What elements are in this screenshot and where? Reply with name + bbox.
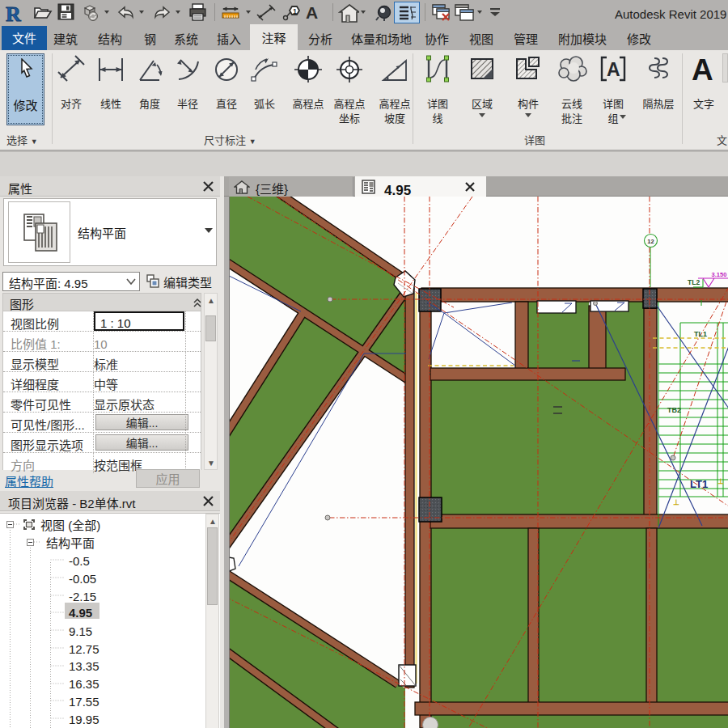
modify-button[interactable]: 修改 — [6, 53, 44, 125]
tree-item-level[interactable]: 16.35 — [69, 675, 99, 692]
prop-row-visibility-graphics[interactable]: 可见性/图形... 编辑... — [3, 413, 201, 433]
insulation-icon[interactable] — [645, 55, 672, 83]
btn-aligned-label[interactable]: 对齐 — [57, 95, 85, 111]
open-icon[interactable] — [33, 5, 53, 20]
spot-elevation-icon[interactable] — [294, 55, 322, 83]
tab-file[interactable]: 文件 — [2, 26, 47, 50]
customize-qat-icon[interactable] — [489, 6, 502, 18]
tree-item-level-selected[interactable]: 4.95 — [65, 603, 99, 619]
tab-massing-site[interactable]: 体量和场地 — [351, 30, 412, 47]
sync-central-icon[interactable] — [80, 3, 99, 22]
tab-insert[interactable]: 插入 — [217, 30, 241, 47]
tree-collapse-structural-plans[interactable] — [27, 539, 34, 546]
view3d-dropdown[interactable] — [361, 11, 366, 14]
scroll-up-icon[interactable]: ▲ — [207, 296, 214, 303]
revit-logo-icon[interactable]: R — [5, 2, 26, 23]
tree-item-level[interactable]: 17.55 — [69, 692, 99, 709]
linear-dimension-icon[interactable] — [97, 55, 125, 83]
prop-row-scale-value[interactable]: 比例值 1: 10 — [3, 332, 201, 352]
tab-architecture[interactable]: 建筑 — [53, 30, 78, 47]
tree-item-level[interactable]: -2.15 — [69, 587, 96, 604]
prop-row-view-scale[interactable]: 视图比例 1 : 10 — [3, 311, 201, 332]
thin-lines-toggle[interactable] — [394, 2, 420, 23]
default-3d-view-icon[interactable] — [338, 3, 359, 23]
browser-scrollbar[interactable]: ▲ — [205, 514, 219, 728]
detailgroup-dropdown-arrow[interactable] — [620, 115, 626, 119]
tree-item-views[interactable]: 视图 (全部) — [40, 516, 100, 533]
btn-detailline-label1[interactable]: 详图 — [424, 95, 451, 111]
redo-icon[interactable] — [152, 5, 172, 20]
btn-revcloud-label2[interactable]: 批注 — [558, 110, 586, 125]
measure-dropdown[interactable] — [246, 11, 251, 14]
radial-dimension-icon[interactable] — [174, 55, 201, 83]
tree-item-level[interactable]: 9.15 — [69, 622, 92, 639]
prop-group-graphics[interactable]: 图形 — [2, 293, 201, 311]
tree-item-level[interactable]: 12.75 — [69, 640, 99, 657]
drawing-canvas[interactable]: 12 3.150 TL2 TL1 TB2 LT1 ⊥ ⊥ — [229, 197, 728, 728]
select-panel-label[interactable]: 选择 ▼ — [6, 132, 38, 147]
btn-text-label[interactable]: 文字 — [689, 95, 718, 111]
btn-revcloud-label1[interactable]: 云线 — [558, 95, 586, 111]
btn-component-label[interactable]: 构件 — [514, 95, 542, 111]
edit-button[interactable]: 编辑... — [95, 434, 188, 451]
tag-icon[interactable]: 1 — [282, 5, 301, 21]
type-instance-combo[interactable]: 结构平面: 4.95 — [2, 272, 140, 291]
spot-slope-icon[interactable] — [381, 55, 408, 83]
btn-spotelev-label[interactable]: 高程点 — [290, 95, 327, 111]
detail-line-icon[interactable] — [424, 55, 451, 83]
btn-spotslope-label1[interactable]: 高程点 — [376, 95, 413, 111]
btn-spotcoord-label1[interactable]: 高程点 — [331, 95, 368, 111]
dim-panel-label[interactable]: 尺寸标注 ▼ — [204, 132, 256, 147]
undo-icon[interactable] — [116, 5, 136, 20]
prop-row-parts-visibility[interactable]: 零件可见性 显示原状态 — [3, 392, 201, 413]
aligned-dim-qat-icon[interactable] — [256, 4, 277, 21]
switch-windows-dropdown[interactable] — [477, 11, 482, 14]
undo-dropdown[interactable] — [139, 11, 144, 14]
tab-analyze[interactable]: 分析 — [308, 30, 332, 47]
print-icon[interactable] — [188, 3, 207, 22]
edit-type-button[interactable]: 编辑类型 — [146, 272, 218, 291]
prop-row-display-model[interactable]: 显示模型 标准 — [3, 352, 201, 372]
btn-diameter-label[interactable]: 直径 — [213, 95, 240, 111]
tab-annotate-active[interactable]: 注释 — [250, 24, 298, 50]
sync-dropdown[interactable] — [104, 11, 109, 14]
measure-icon[interactable] — [221, 5, 240, 21]
properties-scrollbar[interactable]: ▲ ▼ — [204, 293, 218, 470]
btn-radial-label[interactable]: 半径 — [174, 95, 201, 111]
project-browser-close-icon[interactable] — [202, 495, 214, 507]
scroll-thumb[interactable] — [205, 315, 216, 341]
type-dropdown-arrow[interactable] — [205, 228, 213, 233]
text-button-icon[interactable]: A — [689, 53, 718, 84]
revision-cloud-icon[interactable] — [557, 55, 587, 83]
tree-item-level[interactable]: -0.5 — [69, 552, 90, 569]
switch-windows-icon[interactable] — [454, 3, 476, 22]
prop-value-editing[interactable]: 1 : 10 — [94, 311, 184, 331]
tree-item-level[interactable]: 13.35 — [69, 657, 99, 674]
arc-length-icon[interactable] — [251, 55, 278, 83]
scroll-down-icon[interactable]: ▼ — [207, 459, 214, 466]
tree-item-level[interactable]: 19.95 — [69, 710, 99, 727]
region-dropdown-arrow[interactable] — [479, 113, 485, 117]
edit-button[interactable]: 编辑... — [95, 414, 188, 430]
redo-dropdown[interactable] — [176, 11, 180, 14]
close-hidden-windows-icon[interactable] — [431, 3, 452, 22]
tab-addins[interactable]: 附加模块 — [558, 30, 607, 47]
btn-arclength-label[interactable]: 弧长 — [251, 95, 278, 111]
detail-group-icon[interactable]: A — [599, 55, 627, 83]
properties-header[interactable]: 属性 — [0, 176, 220, 197]
properties-help-link[interactable]: 属性帮助 — [5, 472, 53, 489]
project-browser-header[interactable]: 项目浏览器 - B2单体.rvt — [0, 491, 220, 511]
detail-panel-label[interactable]: 详图 — [524, 132, 545, 147]
tab-structure[interactable]: 结构 — [98, 30, 122, 47]
save-icon[interactable] — [57, 3, 75, 21]
scroll-up-icon[interactable]: ▲ — [209, 517, 216, 524]
properties-close-icon[interactable] — [202, 180, 214, 193]
tree-item-level[interactable]: -0.05 — [69, 569, 96, 586]
tab-collaborate[interactable]: 协作 — [425, 30, 449, 47]
collapse-group-icon[interactable] — [193, 298, 202, 308]
tab-manage[interactable]: 管理 — [514, 30, 538, 47]
tab-view[interactable]: 视图 — [469, 30, 493, 47]
text-qat-icon[interactable]: A — [303, 3, 321, 21]
prop-row-graphic-display[interactable]: 图形显示选项 编辑... — [3, 433, 201, 453]
view-tab-495-active[interactable]: 4.95 — [355, 176, 486, 197]
